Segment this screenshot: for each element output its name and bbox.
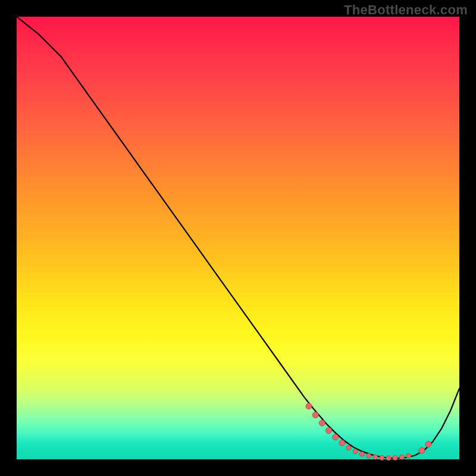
curve-marker <box>366 453 371 458</box>
curve-marker <box>319 420 325 426</box>
curve-marker <box>393 455 397 460</box>
curve-marker <box>333 434 339 440</box>
curve-markers <box>306 403 431 461</box>
curve-marker <box>306 403 312 409</box>
curve-marker <box>373 455 378 459</box>
curve-marker <box>425 441 431 447</box>
curve-marker <box>326 428 332 434</box>
curve-svg <box>17 17 459 459</box>
curve-marker <box>380 455 384 460</box>
plot-area <box>17 17 459 459</box>
watermark-text: TheBottleneck.com <box>344 2 468 18</box>
bottleneck-curve <box>17 17 459 458</box>
curve-marker <box>419 447 425 453</box>
curve-marker <box>399 455 404 459</box>
curve-marker <box>339 440 345 446</box>
chart-frame: TheBottleneck.com <box>0 0 476 476</box>
curve-marker <box>386 456 391 461</box>
curve-marker <box>346 446 351 450</box>
curve-marker <box>406 453 411 458</box>
curve-marker <box>359 452 364 456</box>
curve-marker <box>353 449 358 454</box>
curve-marker <box>312 412 318 418</box>
